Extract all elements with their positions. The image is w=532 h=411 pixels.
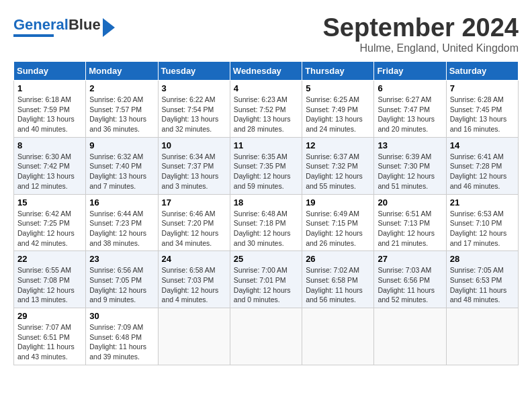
cell-daylight-info: Sunrise: 7:00 AMSunset: 7:01 PMDaylight:… bbox=[234, 265, 298, 305]
cell-daylight-info: Sunrise: 7:07 AMSunset: 6:51 PMDaylight:… bbox=[17, 322, 82, 362]
day-number: 7 bbox=[450, 83, 515, 93]
day-number: 28 bbox=[450, 254, 515, 264]
title-block: September 2024 Hulme, England, United Ki… bbox=[323, 13, 519, 54]
location-text: Hulme, England, United Kingdom bbox=[323, 42, 519, 54]
day-header-thursday: Thursday bbox=[302, 62, 374, 81]
day-number: 11 bbox=[234, 140, 298, 150]
calendar-cell: 26Sunrise: 7:02 AMSunset: 6:58 PMDayligh… bbox=[302, 251, 374, 308]
logo-text: GeneralBlue bbox=[13, 17, 101, 36]
day-number: 3 bbox=[162, 83, 226, 93]
cell-daylight-info: Sunrise: 6:44 AMSunset: 7:23 PMDaylight:… bbox=[89, 209, 154, 248]
day-number: 17 bbox=[162, 197, 226, 208]
calendar-cell: 15Sunrise: 6:42 AMSunset: 7:25 PMDayligh… bbox=[14, 194, 86, 251]
calendar-cell: 29Sunrise: 7:07 AMSunset: 6:51 PMDayligh… bbox=[14, 308, 86, 365]
day-number: 26 bbox=[306, 254, 370, 264]
logo-text-blue: Blue bbox=[69, 16, 101, 33]
cell-daylight-info: Sunrise: 7:09 AMSunset: 6:48 PMDaylight:… bbox=[89, 322, 154, 362]
cell-daylight-info: Sunrise: 6:55 AMSunset: 7:08 PMDaylight:… bbox=[17, 265, 82, 305]
cell-daylight-info: Sunrise: 6:53 AMSunset: 7:10 PMDaylight:… bbox=[450, 209, 515, 248]
day-number: 6 bbox=[378, 83, 442, 93]
cell-daylight-info: Sunrise: 6:23 AMSunset: 7:52 PMDaylight:… bbox=[234, 95, 298, 134]
calendar-cell bbox=[158, 308, 230, 365]
cell-daylight-info: Sunrise: 6:35 AMSunset: 7:35 PMDaylight:… bbox=[234, 152, 298, 191]
logo-text-general: General bbox=[13, 16, 69, 33]
cell-daylight-info: Sunrise: 6:41 AMSunset: 7:28 PMDaylight:… bbox=[450, 152, 515, 191]
cell-daylight-info: Sunrise: 6:20 AMSunset: 7:57 PMDaylight:… bbox=[89, 95, 154, 134]
day-header-saturday: Saturday bbox=[446, 62, 518, 81]
logo-arrow-icon bbox=[103, 18, 115, 37]
calendar-cell: 9Sunrise: 6:32 AMSunset: 7:40 PMDaylight… bbox=[86, 137, 158, 194]
calendar-week-row: 29Sunrise: 7:07 AMSunset: 6:51 PMDayligh… bbox=[14, 308, 519, 365]
cell-daylight-info: Sunrise: 6:18 AMSunset: 7:59 PMDaylight:… bbox=[17, 95, 82, 134]
calendar-week-row: 1Sunrise: 6:18 AMSunset: 7:59 PMDaylight… bbox=[14, 81, 519, 138]
day-number: 15 bbox=[17, 197, 82, 208]
day-number: 19 bbox=[306, 197, 370, 208]
calendar-cell: 30Sunrise: 7:09 AMSunset: 6:48 PMDayligh… bbox=[86, 308, 158, 365]
calendar-cell: 27Sunrise: 7:03 AMSunset: 6:56 PMDayligh… bbox=[374, 251, 446, 308]
day-number: 20 bbox=[378, 197, 442, 208]
day-number: 4 bbox=[234, 83, 298, 93]
day-header-monday: Monday bbox=[86, 62, 158, 81]
calendar-cell: 11Sunrise: 6:35 AMSunset: 7:35 PMDayligh… bbox=[230, 137, 302, 194]
cell-daylight-info: Sunrise: 6:46 AMSunset: 7:20 PMDaylight:… bbox=[162, 209, 226, 248]
calendar-cell: 7Sunrise: 6:28 AMSunset: 7:45 PMDaylight… bbox=[446, 81, 518, 138]
cell-daylight-info: Sunrise: 6:22 AMSunset: 7:54 PMDaylight:… bbox=[162, 95, 226, 134]
cell-daylight-info: Sunrise: 6:32 AMSunset: 7:40 PMDaylight:… bbox=[89, 152, 154, 191]
calendar-cell: 16Sunrise: 6:44 AMSunset: 7:23 PMDayligh… bbox=[86, 194, 158, 251]
calendar-week-row: 22Sunrise: 6:55 AMSunset: 7:08 PMDayligh… bbox=[14, 251, 519, 308]
calendar-cell: 12Sunrise: 6:37 AMSunset: 7:32 PMDayligh… bbox=[302, 137, 374, 194]
cell-daylight-info: Sunrise: 6:42 AMSunset: 7:25 PMDaylight:… bbox=[17, 209, 82, 248]
cell-daylight-info: Sunrise: 7:03 AMSunset: 6:56 PMDaylight:… bbox=[378, 265, 442, 305]
calendar-cell: 3Sunrise: 6:22 AMSunset: 7:54 PMDaylight… bbox=[158, 81, 230, 138]
cell-daylight-info: Sunrise: 6:34 AMSunset: 7:37 PMDaylight:… bbox=[162, 152, 226, 191]
calendar-cell: 24Sunrise: 6:58 AMSunset: 7:03 PMDayligh… bbox=[158, 251, 230, 308]
day-number: 24 bbox=[162, 254, 226, 264]
day-number: 5 bbox=[306, 83, 370, 93]
month-title: September 2024 bbox=[323, 13, 519, 42]
cell-daylight-info: Sunrise: 7:05 AMSunset: 6:53 PMDaylight:… bbox=[450, 265, 515, 305]
day-number: 8 bbox=[17, 140, 82, 150]
day-number: 23 bbox=[89, 254, 154, 264]
day-number: 22 bbox=[17, 254, 82, 264]
calendar-cell: 23Sunrise: 6:56 AMSunset: 7:05 PMDayligh… bbox=[86, 251, 158, 308]
cell-daylight-info: Sunrise: 6:30 AMSunset: 7:42 PMDaylight:… bbox=[17, 152, 82, 191]
day-number: 30 bbox=[89, 311, 154, 321]
calendar-cell: 8Sunrise: 6:30 AMSunset: 7:42 PMDaylight… bbox=[14, 137, 86, 194]
calendar-cell: 4Sunrise: 6:23 AMSunset: 7:52 PMDaylight… bbox=[230, 81, 302, 138]
calendar-cell: 6Sunrise: 6:27 AMSunset: 7:47 PMDaylight… bbox=[374, 81, 446, 138]
calendar-cell: 21Sunrise: 6:53 AMSunset: 7:10 PMDayligh… bbox=[446, 194, 518, 251]
cell-daylight-info: Sunrise: 6:49 AMSunset: 7:15 PMDaylight:… bbox=[306, 209, 370, 248]
calendar-cell: 2Sunrise: 6:20 AMSunset: 7:57 PMDaylight… bbox=[86, 81, 158, 138]
calendar-cell: 14Sunrise: 6:41 AMSunset: 7:28 PMDayligh… bbox=[446, 137, 518, 194]
calendar-cell: 10Sunrise: 6:34 AMSunset: 7:37 PMDayligh… bbox=[158, 137, 230, 194]
calendar-cell bbox=[230, 308, 302, 365]
calendar-week-row: 8Sunrise: 6:30 AMSunset: 7:42 PMDaylight… bbox=[14, 137, 519, 194]
calendar-cell: 17Sunrise: 6:46 AMSunset: 7:20 PMDayligh… bbox=[158, 194, 230, 251]
calendar-cell: 28Sunrise: 7:05 AMSunset: 6:53 PMDayligh… bbox=[446, 251, 518, 308]
day-number: 16 bbox=[89, 197, 154, 208]
day-header-friday: Friday bbox=[374, 62, 446, 81]
day-header-sunday: Sunday bbox=[14, 62, 86, 81]
day-number: 12 bbox=[306, 140, 370, 150]
cell-daylight-info: Sunrise: 6:56 AMSunset: 7:05 PMDaylight:… bbox=[89, 265, 154, 305]
day-number: 10 bbox=[162, 140, 226, 150]
day-number: 29 bbox=[17, 311, 82, 321]
page-header: GeneralBlue September 2024 Hulme, Englan… bbox=[13, 13, 519, 54]
calendar-cell: 18Sunrise: 6:48 AMSunset: 7:18 PMDayligh… bbox=[230, 194, 302, 251]
calendar-cell: 25Sunrise: 7:00 AMSunset: 7:01 PMDayligh… bbox=[230, 251, 302, 308]
calendar-cell bbox=[446, 308, 518, 365]
cell-daylight-info: Sunrise: 6:28 AMSunset: 7:45 PMDaylight:… bbox=[450, 95, 515, 134]
day-number: 9 bbox=[89, 140, 154, 150]
cell-daylight-info: Sunrise: 6:51 AMSunset: 7:13 PMDaylight:… bbox=[378, 209, 442, 248]
calendar-body: 1Sunrise: 6:18 AMSunset: 7:59 PMDaylight… bbox=[14, 81, 519, 365]
day-number: 14 bbox=[450, 140, 515, 150]
cell-daylight-info: Sunrise: 6:25 AMSunset: 7:49 PMDaylight:… bbox=[306, 95, 370, 134]
calendar-header-row: SundayMondayTuesdayWednesdayThursdayFrid… bbox=[14, 62, 519, 81]
calendar-cell bbox=[302, 308, 374, 365]
day-number: 27 bbox=[378, 254, 442, 264]
calendar-cell: 20Sunrise: 6:51 AMSunset: 7:13 PMDayligh… bbox=[374, 194, 446, 251]
calendar-week-row: 15Sunrise: 6:42 AMSunset: 7:25 PMDayligh… bbox=[14, 194, 519, 251]
day-number: 21 bbox=[450, 197, 515, 208]
day-number: 18 bbox=[234, 197, 298, 208]
calendar-cell: 5Sunrise: 6:25 AMSunset: 7:49 PMDaylight… bbox=[302, 81, 374, 138]
